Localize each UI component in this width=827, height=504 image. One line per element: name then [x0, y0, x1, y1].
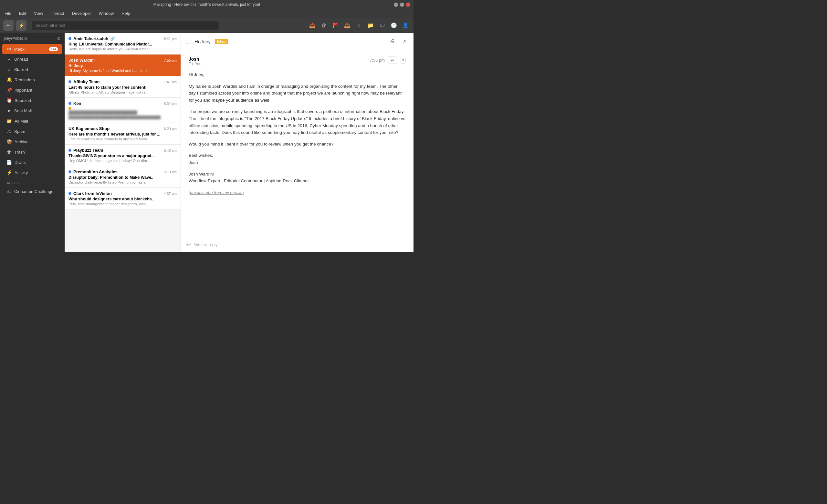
clock-icon: 🕐: [391, 22, 397, 29]
sidebar-item-reminders[interactable]: 🔔 Reminders: [2, 75, 62, 85]
email-subject: ████████████████████████: [68, 110, 177, 115]
list-item[interactable]: Premonition Analytics 5:10 pm Disruptor …: [64, 166, 181, 188]
sidebar-item-important[interactable]: 📌 Important: [2, 85, 62, 95]
menu-help[interactable]: Help: [120, 10, 132, 16]
lightning-icon: ⚡: [19, 23, 24, 28]
email-label-dot: [68, 107, 177, 110]
unsubscribe-link[interactable]: (unsubscribe from my emails): [189, 190, 244, 195]
sidebar-item-sent[interactable]: ➤ Sent Mail: [2, 106, 62, 115]
minimize-button[interactable]: [394, 3, 398, 7]
trash-icon: 🗑: [6, 150, 12, 155]
star-toolbar-button[interactable]: ☆: [354, 21, 364, 30]
menu-thread[interactable]: Thread: [49, 10, 65, 16]
external-button[interactable]: ↗: [399, 37, 408, 46]
print-button[interactable]: 🖨: [388, 37, 397, 46]
folder-icon: 📁: [367, 22, 374, 29]
unread-indicator: [68, 37, 71, 40]
email-sender: Affinity Team: [68, 79, 99, 84]
clock-toolbar-button[interactable]: 🕐: [389, 21, 399, 30]
list-item[interactable]: Clark from InVision 4:37 pm Why should d…: [64, 188, 181, 209]
email-sender-row: Josh To: You 7:55 pm ↩ ▾: [189, 56, 406, 66]
sidebar-item-drafts[interactable]: 📄 Drafts: [2, 158, 62, 167]
body-greeting: Hi Joey,: [189, 71, 406, 78]
list-item[interactable]: Playbuzz Team 5:40 pm ThanksGIVING your …: [64, 145, 181, 166]
list-item[interactable]: Josh Wardini 7:55 pm Hi Joey, Hi Joey, M…: [64, 55, 181, 76]
account-settings-icon[interactable]: ⊙: [57, 36, 60, 41]
sender-name: Premonition Analytics: [73, 169, 117, 174]
sender-name: UK Eaglemoss Shop: [68, 126, 109, 131]
snoozed-icon: ⏰: [6, 98, 12, 103]
email-subject: Hi Joey,: [68, 64, 177, 68]
maximize-button[interactable]: [400, 3, 404, 7]
trash-toolbar-button[interactable]: 🗑: [319, 21, 329, 30]
sidebar-item-activity[interactable]: ⚡ Activity: [2, 168, 62, 177]
close-button[interactable]: [406, 3, 410, 7]
from-info: Josh To: You: [189, 56, 201, 66]
email-sender: Clark from InVision: [68, 191, 112, 196]
inbox-icon: ✉: [6, 47, 12, 52]
main-layout: joey@ohso.io ⊙ ✉ Inbox 144 ● Unread ☆ St…: [0, 33, 414, 252]
sidebar-item-inbox[interactable]: ✉ Inbox 144: [2, 44, 62, 54]
search-container: [32, 21, 219, 30]
sender-name: Playbuzz Team: [73, 148, 103, 153]
list-item[interactable]: Ken 6:34 pm ████████████████████████ ███…: [64, 98, 181, 123]
reply-dropdown-button[interactable]: ▾: [401, 57, 406, 64]
trash-icon: 🗑: [322, 22, 327, 29]
sidebar-item-spam[interactable]: ⚠ Spam: [2, 126, 62, 136]
sidebar-item-archive[interactable]: 📦 Archive: [2, 137, 62, 147]
from-name: Josh: [189, 56, 201, 62]
unread-icon: ●: [6, 57, 12, 61]
email-preview: Affinity Photo and Affinity Designer hav…: [68, 90, 177, 94]
person-toolbar-button[interactable]: 👤: [401, 21, 410, 30]
window-title: Mailspring · Here are this month's newes…: [153, 2, 260, 7]
folder-toolbar-button[interactable]: 📁: [366, 21, 375, 30]
reply-area[interactable]: ↩ Write a reply...: [181, 237, 414, 252]
report-toolbar-button[interactable]: 🚩: [331, 21, 340, 30]
reminders-icon: 🔔: [6, 77, 12, 82]
email-body-container: Josh To: You 7:55 pm ↩ ▾ Hi Joey, My nam…: [181, 50, 414, 237]
sidebar-item-label: Drafts: [14, 160, 26, 165]
sidebar-item-snoozed[interactable]: ⏰ Snoozed: [2, 96, 62, 105]
email-time: 6:20 pm: [164, 127, 177, 131]
list-item[interactable]: Affinity Team 7:41 pm Last 48 hours to c…: [64, 76, 181, 98]
sidebar-item-unread[interactable]: ● Unread: [2, 55, 62, 64]
email-list: Amir Taherizadeh 🔗 8:41 pm Ring 1.0 Univ…: [64, 33, 181, 252]
sidebar-item-trash[interactable]: 🗑 Trash: [2, 147, 62, 157]
menu-view[interactable]: View: [33, 10, 44, 16]
email-time: 6:34 pm: [164, 102, 177, 106]
external-icon: ↗: [402, 39, 406, 45]
email-subject: Last 48 hours to claim your free content…: [68, 85, 177, 90]
menu-developer[interactable]: Developer: [71, 10, 92, 16]
archive-toolbar-button[interactable]: 📥: [307, 21, 317, 30]
email-checkbox[interactable]: [186, 39, 191, 44]
body-signature: Josh WardiniWorkflow Expert | Editorial …: [189, 171, 406, 184]
email-subject: Why should designers care about blockcha…: [68, 197, 177, 201]
label-icon: 🏷: [6, 189, 12, 194]
sent-time: 7:55 pm: [370, 58, 385, 63]
list-item[interactable]: UK Eaglemoss Shop 6:20 pm Here are this …: [64, 123, 181, 145]
starred-icon: ☆: [6, 67, 12, 72]
window-controls: [394, 3, 410, 7]
reply-button[interactable]: ↩: [388, 56, 397, 64]
sidebar-item-allmail[interactable]: 📁 All Mail: [2, 116, 62, 126]
detail-header-actions: 🖨 ↗: [388, 37, 408, 46]
labels-section: Labels: [0, 178, 64, 186]
tag-toolbar-button[interactable]: 🏷: [377, 21, 387, 30]
sender-actions: 7:55 pm ↩ ▾: [370, 56, 406, 64]
sidebar-item-cinnamon[interactable]: 🏷 Cinnamon Challenge: [2, 186, 62, 196]
send-toolbar-button[interactable]: 📤: [342, 21, 352, 30]
archive-icon: 📥: [309, 22, 315, 29]
sidebar-item-label: Unread: [14, 57, 28, 62]
menu-window[interactable]: Window: [98, 10, 115, 16]
email-subject: Disruptor Daily: Premonition to Make Wav…: [68, 175, 177, 180]
person-icon: 👤: [402, 22, 409, 29]
email-subject: Here are this month's newest arrivals, j…: [68, 132, 177, 136]
search-input[interactable]: [32, 21, 219, 30]
menu-edit[interactable]: Edit: [18, 10, 28, 16]
list-item[interactable]: Amir Taherizadeh 🔗 8:41 pm Ring 1.0 Univ…: [64, 33, 181, 55]
sidebar-item-starred[interactable]: ☆ Starred: [2, 64, 62, 74]
compose-button[interactable]: ✏: [3, 20, 13, 31]
lightning-button[interactable]: ⚡: [16, 20, 27, 31]
menu-file[interactable]: File: [3, 10, 13, 16]
email-sender: UK Eaglemoss Shop: [68, 126, 109, 131]
